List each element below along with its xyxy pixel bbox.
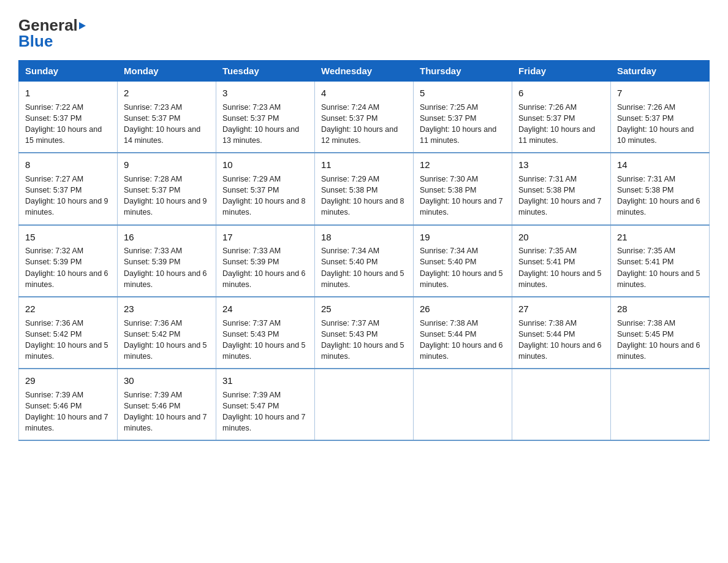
sunrise-label: Sunrise: 7:39 AM [124, 391, 182, 399]
sunset-label: Sunset: 5:38 PM [518, 186, 575, 194]
calendar-cell: 23Sunrise: 7:36 AMSunset: 5:42 PMDayligh… [118, 297, 216, 369]
col-header-wednesday: Wednesday [315, 61, 414, 82]
calendar-cell: 21Sunrise: 7:35 AMSunset: 5:41 PMDayligh… [611, 225, 710, 297]
day-number: 24 [222, 302, 308, 316]
calendar-cell: 22Sunrise: 7:36 AMSunset: 5:42 PMDayligh… [19, 297, 118, 369]
calendar-cell: 6Sunrise: 7:26 AMSunset: 5:37 PMDaylight… [512, 82, 611, 153]
daylight-label: Daylight: 10 hours and 6 minutes. [25, 269, 108, 289]
sunset-label: Sunset: 5:37 PM [222, 114, 279, 123]
daylight-label: Daylight: 10 hours and 5 minutes. [321, 269, 404, 289]
daylight-label: Daylight: 10 hours and 7 minutes. [124, 413, 207, 432]
day-number: 27 [518, 302, 604, 316]
sunrise-label: Sunrise: 7:36 AM [124, 319, 182, 327]
calendar-cell: 19Sunrise: 7:34 AMSunset: 5:40 PMDayligh… [414, 225, 512, 297]
calendar-week-5: 29Sunrise: 7:39 AMSunset: 5:46 PMDayligh… [19, 369, 710, 440]
col-header-tuesday: Tuesday [216, 61, 315, 82]
sunset-label: Sunset: 5:37 PM [25, 114, 82, 123]
day-number: 1 [25, 86, 111, 100]
calendar-cell: 7Sunrise: 7:26 AMSunset: 5:37 PMDaylight… [611, 82, 710, 153]
day-number: 20 [518, 231, 604, 244]
daylight-label: Daylight: 10 hours and 6 minutes. [420, 341, 503, 361]
daylight-label: Daylight: 10 hours and 7 minutes. [25, 413, 108, 432]
daylight-label: Daylight: 10 hours and 6 minutes. [518, 341, 602, 361]
page-header: General Blue [18, 12, 710, 49]
day-number: 16 [124, 231, 210, 244]
daylight-label: Daylight: 10 hours and 5 minutes. [321, 341, 404, 361]
sunrise-label: Sunrise: 7:35 AM [617, 247, 675, 255]
daylight-label: Daylight: 10 hours and 10 minutes. [617, 125, 694, 145]
daylight-label: Daylight: 10 hours and 7 minutes. [518, 197, 602, 216]
daylight-label: Daylight: 10 hours and 8 minutes. [222, 197, 306, 216]
sunset-label: Sunset: 5:37 PM [420, 114, 476, 123]
calendar-cell: 12Sunrise: 7:30 AMSunset: 5:38 PMDayligh… [414, 153, 512, 224]
calendar-table: SundayMondayTuesdayWednesdayThursdayFrid… [18, 60, 710, 441]
day-number: 13 [518, 158, 604, 172]
sunrise-label: Sunrise: 7:25 AM [420, 103, 478, 112]
day-number: 6 [518, 86, 604, 100]
calendar-cell: 13Sunrise: 7:31 AMSunset: 5:38 PMDayligh… [512, 153, 611, 224]
sunrise-label: Sunrise: 7:38 AM [617, 319, 675, 327]
sunrise-label: Sunrise: 7:39 AM [222, 391, 281, 399]
sunset-label: Sunset: 5:44 PM [420, 330, 476, 339]
sunset-label: Sunset: 5:37 PM [25, 186, 82, 194]
daylight-label: Daylight: 10 hours and 8 minutes. [321, 197, 404, 216]
daylight-label: Daylight: 10 hours and 5 minutes. [124, 341, 207, 361]
sunrise-label: Sunrise: 7:22 AM [25, 103, 83, 112]
day-number: 30 [124, 374, 210, 388]
daylight-label: Daylight: 10 hours and 15 minutes. [25, 125, 102, 145]
sunrise-label: Sunrise: 7:28 AM [124, 175, 182, 183]
sunrise-label: Sunrise: 7:23 AM [124, 103, 182, 112]
sunrise-label: Sunrise: 7:38 AM [518, 319, 577, 327]
sunset-label: Sunset: 5:40 PM [321, 258, 377, 266]
calendar-cell: 2Sunrise: 7:23 AMSunset: 5:37 PMDaylight… [118, 82, 216, 153]
calendar-cell: 27Sunrise: 7:38 AMSunset: 5:44 PMDayligh… [512, 297, 611, 369]
sunset-label: Sunset: 5:38 PM [617, 186, 673, 194]
sunset-label: Sunset: 5:37 PM [124, 114, 180, 123]
daylight-label: Daylight: 10 hours and 9 minutes. [25, 197, 108, 216]
day-number: 5 [420, 86, 506, 100]
col-header-monday: Monday [118, 61, 216, 82]
daylight-label: Daylight: 10 hours and 5 minutes. [420, 269, 503, 289]
col-header-saturday: Saturday [611, 61, 710, 82]
day-number: 12 [420, 158, 506, 172]
calendar-cell: 20Sunrise: 7:35 AMSunset: 5:41 PMDayligh… [512, 225, 611, 297]
calendar-cell: 18Sunrise: 7:34 AMSunset: 5:40 PMDayligh… [315, 225, 414, 297]
daylight-label: Daylight: 10 hours and 5 minutes. [518, 269, 602, 289]
sunset-label: Sunset: 5:44 PM [518, 330, 575, 339]
calendar-cell: 4Sunrise: 7:24 AMSunset: 5:37 PMDaylight… [315, 82, 414, 153]
calendar-cell [315, 369, 414, 440]
day-number: 3 [222, 86, 308, 100]
calendar-week-1: 1Sunrise: 7:22 AMSunset: 5:37 PMDaylight… [19, 82, 710, 153]
sunrise-label: Sunrise: 7:33 AM [124, 247, 182, 255]
day-number: 21 [617, 231, 703, 244]
sunrise-label: Sunrise: 7:29 AM [321, 175, 379, 183]
daylight-label: Daylight: 10 hours and 6 minutes. [124, 269, 207, 289]
day-number: 15 [25, 231, 111, 244]
sunset-label: Sunset: 5:38 PM [321, 186, 377, 194]
day-number: 10 [222, 158, 308, 172]
calendar-cell: 5Sunrise: 7:25 AMSunset: 5:37 PMDaylight… [414, 82, 512, 153]
sunrise-label: Sunrise: 7:31 AM [518, 175, 577, 183]
logo-blue-text: Blue [18, 33, 53, 49]
day-number: 4 [321, 86, 407, 100]
sunset-label: Sunset: 5:37 PM [321, 114, 377, 123]
logo-general-text: General [18, 17, 78, 33]
day-number: 22 [25, 302, 111, 316]
daylight-label: Daylight: 10 hours and 5 minutes. [25, 341, 108, 361]
calendar-cell: 9Sunrise: 7:28 AMSunset: 5:37 PMDaylight… [118, 153, 216, 224]
daylight-label: Daylight: 10 hours and 7 minutes. [420, 197, 503, 216]
calendar-cell [512, 369, 611, 440]
calendar-cell: 31Sunrise: 7:39 AMSunset: 5:47 PMDayligh… [216, 369, 315, 440]
calendar-cell: 24Sunrise: 7:37 AMSunset: 5:43 PMDayligh… [216, 297, 315, 369]
sunset-label: Sunset: 5:41 PM [518, 258, 575, 266]
sunrise-label: Sunrise: 7:35 AM [518, 247, 577, 255]
daylight-label: Daylight: 10 hours and 12 minutes. [321, 125, 398, 145]
logo: General Blue [18, 17, 86, 49]
daylight-label: Daylight: 10 hours and 6 minutes. [617, 197, 700, 216]
sunrise-label: Sunrise: 7:30 AM [420, 175, 478, 183]
sunset-label: Sunset: 5:37 PM [518, 114, 575, 123]
calendar-cell: 28Sunrise: 7:38 AMSunset: 5:45 PMDayligh… [611, 297, 710, 369]
day-number: 25 [321, 302, 407, 316]
calendar-week-4: 22Sunrise: 7:36 AMSunset: 5:42 PMDayligh… [19, 297, 710, 369]
sunset-label: Sunset: 5:39 PM [124, 258, 180, 266]
